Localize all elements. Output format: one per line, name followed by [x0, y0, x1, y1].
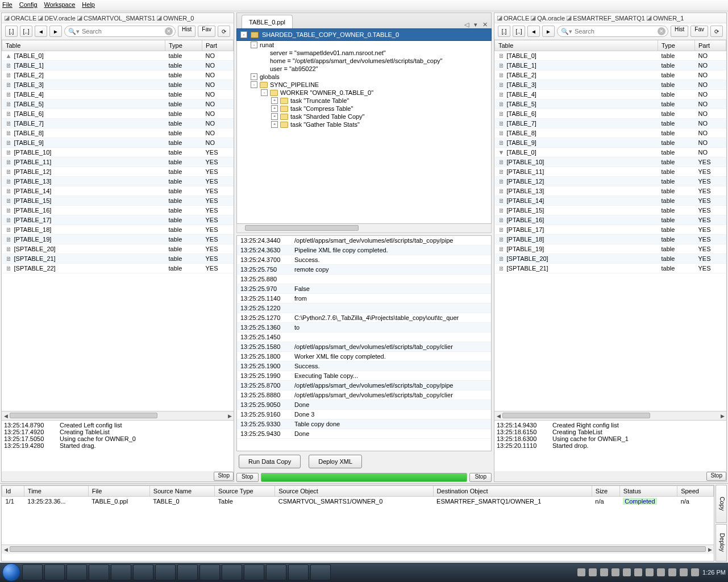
right-table[interactable]: Table Type Part 🗎[TABLE_0]tableNO🗎[TABLE… [494, 40, 726, 411]
col-part[interactable]: Part [695, 40, 726, 51]
tree-node[interactable]: +task "Truncate Table" [237, 97, 491, 105]
table-row[interactable]: 🗎[PTABLE_17]tableYES [2, 215, 234, 225]
taskbar-icon[interactable] [155, 564, 176, 580]
table-row[interactable]: 🗎[PTABLE_18]tableYES [495, 235, 726, 244]
menu-config[interactable]: Config [19, 1, 38, 10]
table-row[interactable]: 🗎[PTABLE_15]tableYES [2, 196, 234, 206]
brackets-current-button[interactable]: [.] [498, 26, 510, 37]
table-row[interactable]: 🗎[SPTABLE_21]tableYES [2, 254, 234, 264]
center-log[interactable]: 13:25:24.3440/opt/etl/apps/smart_dev/vol… [236, 235, 492, 451]
table-row[interactable]: 🗎[TABLE_0]tableNO [495, 51, 726, 61]
table-row[interactable]: 🗎[TABLE_3]tableNO [495, 80, 726, 90]
menu-file[interactable]: File [2, 1, 13, 10]
table-row[interactable]: 🗎[PTABLE_15]tableYES [495, 206, 726, 215]
table-row[interactable]: 🗎[PTABLE_13]tableYES [495, 186, 726, 196]
table-row[interactable]: ▼[TABLE_0]tableNO [495, 148, 726, 157]
nav-back-button[interactable]: ◄ [527, 26, 540, 37]
tree-root[interactable]: - SHARDED_TABLE_COPY_OWNER_0.TABLE_0 [236, 28, 492, 41]
fav-button[interactable]: Fav [198, 26, 215, 37]
system-tray[interactable]: 1:26 PM [577, 568, 726, 576]
table-row[interactable]: 🗎[TABLE_4]tableNO [495, 90, 726, 99]
col-header[interactable]: Size [592, 486, 619, 497]
tree-node[interactable]: -WORKER "OWNER_0.TABLE_0" [237, 89, 491, 97]
hscroll-left[interactable]: ◀▶ [2, 411, 234, 420]
table-row[interactable]: 🗎[TABLE_2]tableNO [2, 70, 234, 80]
breadcrumb-segment[interactable]: ESMARTREF_SMARTQ1 [573, 15, 645, 22]
refresh-button[interactable]: ⟳ [710, 26, 723, 37]
taskbar-icon[interactable] [177, 564, 198, 580]
tree-node[interactable]: home = "/opt/etl/apps/smart_dev/volumes/… [237, 57, 491, 65]
table-row[interactable]: 🗎[PTABLE_14]tableYES [2, 186, 234, 196]
table-row[interactable]: 🗎[PTABLE_11]tableYES [2, 157, 234, 167]
taskbar-icon[interactable] [66, 564, 87, 580]
col-header[interactable]: Speed [677, 486, 714, 497]
col-part[interactable]: Part [202, 40, 234, 51]
taskbar-icon[interactable] [44, 564, 65, 580]
table-row[interactable]: 🗎[TABLE_7]tableNO [495, 119, 726, 128]
breadcrumb-left[interactable]: ◪ORACLE◪DEV.oracle◪CSMARTVOL_SMARTS1◪OWN… [2, 13, 234, 23]
col-header[interactable]: Source Name [149, 486, 214, 497]
table-row[interactable]: 🗎[TABLE_6]tableNO [2, 109, 234, 119]
col-table[interactable]: Table [495, 40, 658, 51]
center-stop-left-button[interactable]: Stop [236, 473, 259, 482]
breadcrumb-segment[interactable]: DEV.oracle [44, 15, 76, 22]
menu-help[interactable]: Help [82, 1, 95, 10]
nav-back-button[interactable]: ◄ [35, 26, 47, 37]
col-header[interactable]: Source Type [215, 486, 275, 497]
right-stop-button[interactable]: Stop [706, 472, 726, 481]
table-row[interactable]: 🗎[TABLE_7]tableNO [2, 119, 234, 128]
hist-button[interactable]: Hist [178, 26, 195, 37]
search-field[interactable]: 🔍▾ ✕ [557, 26, 668, 37]
table-row[interactable]: 🗎[TABLE_2]tableNO [495, 70, 726, 80]
tree-node[interactable]: +globals [237, 73, 491, 81]
fav-button[interactable]: Fav [690, 26, 708, 37]
breadcrumb-right[interactable]: ◪ORACLE◪QA.oracle◪ESMARTREF_SMARTQ1◪OWNE… [494, 13, 726, 23]
bottom-hscroll[interactable]: ◀▶ [2, 544, 714, 554]
taskbar-icon[interactable] [222, 564, 242, 580]
table-row[interactable]: 🗎[TABLE_9]tableNO [495, 138, 726, 148]
tree-pane[interactable]: -runatserver = "swmapetldev01.nam.nsroot… [236, 41, 492, 224]
breadcrumb-segment[interactable]: ORACLE [11, 15, 36, 22]
search-field[interactable]: 🔍▾ ✕ [64, 26, 176, 37]
left-table[interactable]: Table Type Part ▲[TABLE_0]tableNO🗎[TABLE… [2, 40, 234, 411]
clear-search-icon[interactable]: ✕ [658, 27, 665, 35]
col-header[interactable]: Id [2, 486, 24, 497]
tree-node[interactable]: server = "swmapetldev01.nam.nsroot.net" [237, 49, 491, 57]
taskbar-icon[interactable] [111, 564, 131, 580]
search-input[interactable] [575, 28, 658, 35]
table-row[interactable]: 🗎[PTABLE_12]tableYES [2, 167, 234, 177]
col-type[interactable]: Type [658, 40, 695, 51]
table-row[interactable]: 🗎[PTABLE_14]tableYES [495, 196, 726, 206]
tree-node[interactable]: -SYNC_PIPELINE [237, 81, 491, 89]
hist-button[interactable]: Hist [671, 26, 688, 37]
breadcrumb-segment[interactable]: OWNER_0 [163, 15, 194, 22]
tab-close-icon[interactable]: ✕ [481, 21, 489, 28]
taskbar-icon[interactable] [244, 564, 264, 580]
left-stop-button[interactable]: Stop [214, 472, 234, 481]
jobs-table[interactable]: IdTimeFileSource NameSource TypeSource O… [1, 485, 714, 562]
nav-forward-button[interactable]: ► [542, 26, 555, 37]
tree-node[interactable]: +task "Compress Table" [237, 105, 491, 113]
breadcrumb-segment[interactable]: QA.oracle [537, 15, 565, 22]
table-row[interactable]: 🗎[PTABLE_19]tableYES [2, 235, 234, 244]
taskbar-icon[interactable] [199, 564, 220, 580]
table-row[interactable]: 🗎[PTABLE_16]tableYES [495, 215, 726, 225]
table-row[interactable]: 🗎[PTABLE_19]tableYES [495, 244, 726, 254]
table-row[interactable]: 🗎[PTABLE_12]tableYES [495, 177, 726, 186]
breadcrumb-segment[interactable]: OWNER_1 [653, 15, 684, 22]
taskbar[interactable]: 1:26 PM [0, 563, 728, 582]
nav-forward-button[interactable]: ► [49, 26, 62, 37]
taskbar-icon[interactable] [310, 564, 331, 580]
center-stop-right-button[interactable]: Stop [469, 473, 492, 482]
col-header[interactable]: Source Object [275, 486, 433, 497]
side-tab-copy[interactable]: Copy [715, 485, 727, 523]
table-row[interactable]: 🗎[TABLE_1]tableNO [495, 61, 726, 70]
table-row[interactable]: 🗎[SPTABLE_22]tableYES [2, 264, 234, 273]
table-row[interactable]: 🗎[SPTABLE_20]tableYES [495, 254, 726, 264]
center-hscroll[interactable] [236, 224, 492, 233]
taskbar-icon[interactable] [22, 564, 43, 580]
search-input[interactable] [82, 28, 165, 35]
tab-prev-icon[interactable]: ◁ [463, 21, 471, 28]
table-row[interactable]: 🗎[SPTABLE_21]tableYES [495, 264, 726, 273]
table-row[interactable]: 🗎[PTABLE_10]tableYES [495, 157, 726, 167]
